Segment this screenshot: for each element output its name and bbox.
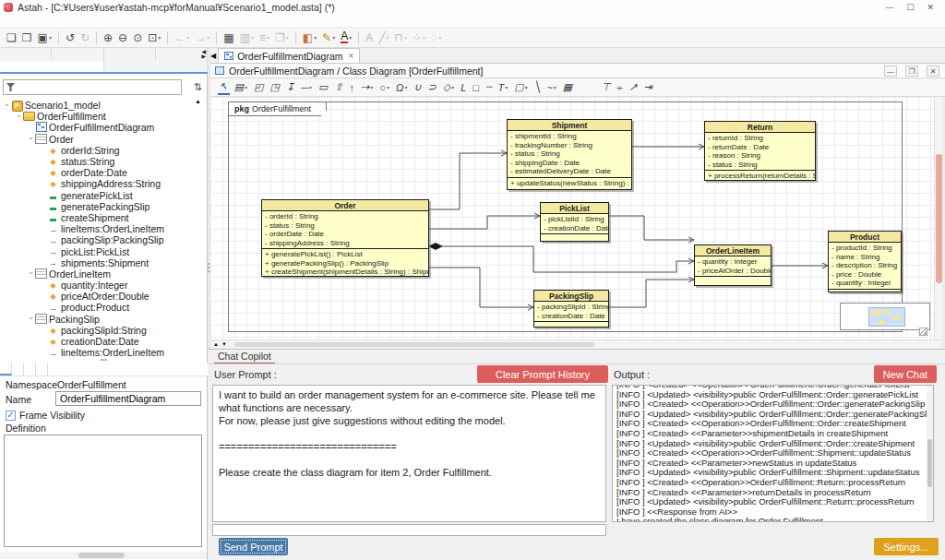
corner-tool-icon[interactable]: L bbox=[459, 79, 468, 95]
tree-item[interactable]: quantity:Integer bbox=[0, 280, 207, 291]
tree-item[interactable]: priceAtOrder:Double bbox=[0, 291, 207, 302]
tree-item[interactable]: status:String bbox=[0, 156, 207, 167]
tree-item[interactable]: packingSlip:PackingSlip bbox=[0, 234, 207, 245]
mdi-close-icon[interactable]: ✕ bbox=[927, 66, 939, 77]
expander-icon[interactable] bbox=[3, 101, 11, 110]
resize-grip-icon[interactable] bbox=[919, 328, 927, 336]
realization-tool-icon[interactable]: ↑ bbox=[348, 79, 357, 95]
group-icon[interactable]: ❐ bbox=[273, 30, 291, 46]
back-icon[interactable]: ← bbox=[173, 30, 191, 46]
settings-button[interactable]: Settings... bbox=[874, 538, 939, 555]
image-tool-icon[interactable]: ▦ bbox=[561, 79, 574, 95]
canvas-vscrollbar[interactable] bbox=[934, 97, 942, 340]
diagram-canvas[interactable]: pkgOrderFulfillment Order - orderId : St… bbox=[210, 97, 934, 340]
mdi-minimize-icon[interactable]: — bbox=[884, 66, 897, 77]
separator[interactable] bbox=[58, 31, 59, 44]
line-style-icon[interactable]: ╱ bbox=[377, 30, 390, 46]
text-tool-icon[interactable]: T bbox=[496, 79, 510, 95]
send-prompt-button[interactable]: Send Prompt bbox=[219, 538, 288, 555]
save-icon[interactable]: ▣ bbox=[36, 30, 54, 46]
undo-icon[interactable]: ↺ bbox=[64, 30, 77, 46]
tree-item[interactable]: PackingSlip bbox=[0, 314, 207, 325]
ptab-taggedvalue[interactable] bbox=[12, 363, 24, 375]
separator[interactable] bbox=[216, 31, 217, 44]
canvas-hscrollbar[interactable]: ▲ ▼ bbox=[210, 340, 942, 348]
align-left-icon[interactable]: ⇥ bbox=[642, 79, 654, 95]
separator[interactable] bbox=[167, 31, 168, 44]
separator[interactable] bbox=[358, 31, 359, 44]
prompt-history[interactable]: I want to build an order management syst… bbox=[212, 385, 606, 522]
open-icon[interactable]: ❒ bbox=[20, 30, 34, 46]
rect-tool-icon[interactable]: ▢ bbox=[512, 79, 529, 95]
filter-input[interactable] bbox=[3, 79, 182, 95]
forward-icon[interactable]: → bbox=[193, 30, 211, 46]
definition-field[interactable] bbox=[4, 435, 202, 547]
association-tool-icon[interactable]: ─ bbox=[299, 79, 314, 95]
class-tool-icon[interactable]: ▤ bbox=[233, 79, 249, 95]
distribute-icon[interactable]: ⁘ bbox=[411, 30, 427, 46]
tree-item[interactable]: OrderFulfillment bbox=[0, 111, 207, 122]
tree-item[interactable]: orderDate:Date bbox=[0, 167, 207, 178]
redo-icon[interactable]: ↻ bbox=[78, 30, 91, 46]
interface-tool-icon[interactable]: Ω bbox=[394, 79, 409, 95]
class-node[interactable]: OrderLineItem - quantity : Integer- pric… bbox=[694, 244, 772, 286]
tree-item[interactable]: Order bbox=[0, 134, 207, 145]
clear-prompt-history-button[interactable]: Clear Prompt History bbox=[477, 365, 608, 383]
pin-tool-icon[interactable]: ↧ bbox=[284, 79, 296, 95]
tab-structure[interactable] bbox=[0, 61, 104, 72]
curve-tool-icon[interactable]: ~ bbox=[544, 79, 557, 95]
prompt-input[interactable] bbox=[212, 524, 606, 536]
tree-item[interactable]: shipments:Shipment bbox=[0, 257, 207, 268]
expander-icon[interactable] bbox=[27, 315, 35, 323]
tree-item[interactable]: OrderLineItem bbox=[0, 268, 207, 280]
expander-icon[interactable] bbox=[27, 269, 35, 278]
tab-scroll-icons[interactable]: ◀▶ bbox=[201, 50, 206, 59]
usage-tool-icon[interactable]: ∪ bbox=[412, 79, 423, 95]
containment-tool-icon[interactable]: ▭ bbox=[317, 79, 329, 95]
tree-item[interactable]: createShipment bbox=[0, 212, 207, 223]
hierarchy-icon[interactable]: ▥ bbox=[238, 30, 256, 46]
stereotype-icon[interactable]: ◌ bbox=[429, 30, 443, 46]
separator[interactable] bbox=[96, 31, 97, 44]
ptab-initial-visibility[interactable] bbox=[36, 363, 48, 375]
zoom-in-icon[interactable]: ⊕ bbox=[102, 30, 114, 46]
fit-window-icon[interactable]: ⊡ bbox=[146, 30, 162, 46]
tree-item[interactable]: pickList:PickList bbox=[0, 245, 207, 256]
new-chat-button[interactable]: New Chat bbox=[874, 365, 937, 383]
tree-item[interactable]: lineItems:OrderLineItem bbox=[0, 223, 207, 234]
mdi-restore-icon[interactable]: ❐ bbox=[905, 66, 918, 77]
tab-search[interactable] bbox=[104, 48, 156, 61]
tree-item[interactable]: Scenario1_model bbox=[0, 100, 207, 111]
class-node[interactable]: PackingSlip - packingSlipId : String- cr… bbox=[533, 290, 609, 328]
tree-item[interactable]: OrderFulfillmentDiagram bbox=[0, 122, 207, 133]
overview-panel[interactable] bbox=[840, 303, 930, 330]
distribute-icon[interactable]: ÷ bbox=[615, 79, 624, 95]
model-tool-icon[interactable]: ◳ bbox=[269, 79, 281, 95]
dotted-tool-icon[interactable]: ┄ bbox=[484, 79, 494, 95]
fill-color-icon[interactable]: ◧ bbox=[301, 30, 318, 46]
frame-visibility-checkbox[interactable]: ✓ bbox=[6, 411, 16, 421]
tree-item[interactable]: orderId:String bbox=[0, 145, 207, 156]
font-color-icon[interactable]: A bbox=[339, 30, 353, 46]
tree-item[interactable]: product:Product bbox=[0, 302, 207, 313]
diagram-tab[interactable]: OrderFulfillmentDiagram × bbox=[218, 48, 360, 63]
class-node[interactable]: Return - returnId : String- returnDate :… bbox=[704, 121, 816, 181]
port-tool-icon[interactable]: ◇ bbox=[441, 79, 456, 95]
align-top-icon[interactable]: ⊤ bbox=[600, 79, 613, 95]
tab-diagram[interactable] bbox=[52, 48, 103, 61]
class-node[interactable]: PickList - pickListId : String- creation… bbox=[540, 202, 609, 242]
expander-icon[interactable] bbox=[27, 135, 35, 143]
class-node[interactable]: Product - productId : String- name : Str… bbox=[828, 231, 902, 292]
note-tool-icon[interactable]: □ bbox=[471, 79, 481, 95]
splitter-up-icon[interactable]: ▲ bbox=[213, 341, 219, 347]
package-tool-icon[interactable]: ◰ bbox=[252, 79, 265, 95]
line-tool-icon[interactable]: ╲ bbox=[532, 79, 543, 95]
expander-icon[interactable] bbox=[15, 113, 23, 121]
align-icon[interactable]: ≡ bbox=[257, 30, 271, 46]
output-log[interactable]: [INFO ] <Created> <<Operation>>OrderFulf… bbox=[612, 385, 934, 522]
tree-item[interactable]: packingSlipId:String bbox=[0, 325, 207, 336]
tree-item[interactable]: generatePickList bbox=[0, 190, 207, 201]
font-size-icon[interactable]: A bbox=[364, 30, 375, 46]
line-color-icon[interactable]: ✎ bbox=[320, 30, 337, 46]
tab-scroll-left-icon[interactable]: ◀ bbox=[210, 52, 216, 60]
